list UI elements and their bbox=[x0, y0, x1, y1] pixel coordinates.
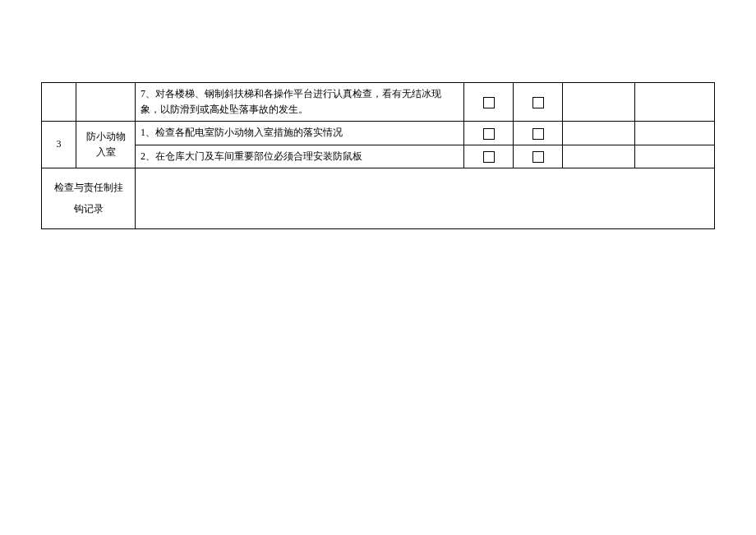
footer-label-line1: 检查与责任制挂 bbox=[54, 182, 123, 193]
category-cell: 防小动物入室 bbox=[76, 122, 136, 168]
index-cell bbox=[42, 83, 76, 122]
checkbox-icon[interactable] bbox=[483, 151, 495, 163]
index-cell: 3 bbox=[42, 122, 76, 168]
checkbox-cell-1 bbox=[464, 145, 514, 168]
content-cell: 1、检查各配电室防小动物入室措施的落实情况 bbox=[136, 122, 464, 145]
remark-cell-2 bbox=[635, 145, 715, 168]
footer-label-line2: 钩记录 bbox=[74, 203, 104, 214]
table-row: 3 防小动物入室 1、检查各配电室防小动物入室措施的落实情况 bbox=[42, 122, 715, 145]
checkbox-cell-1 bbox=[464, 122, 514, 145]
remark-cell-2 bbox=[635, 83, 715, 122]
checkbox-icon[interactable] bbox=[532, 128, 544, 140]
footer-content-cell bbox=[136, 168, 715, 228]
category-cell bbox=[76, 83, 136, 122]
footer-label-cell: 检查与责任制挂 钩记录 bbox=[42, 168, 136, 228]
checkbox-cell-1 bbox=[464, 83, 514, 122]
checkbox-cell-2 bbox=[514, 122, 563, 145]
content-cell: 2、在仓库大门及车间重要部位必须合理安装防鼠板 bbox=[136, 145, 464, 168]
remark-cell-1 bbox=[563, 83, 635, 122]
checkbox-icon[interactable] bbox=[532, 97, 544, 108]
table-row: 7、对各楼梯、钢制斜扶梯和各操作平台进行认真检查，看有无结冰现象，以防滑到或高处… bbox=[42, 83, 715, 122]
checkbox-cell-2 bbox=[514, 83, 563, 122]
checkbox-icon[interactable] bbox=[483, 97, 495, 108]
checkbox-cell-2 bbox=[514, 145, 563, 168]
footer-row: 检查与责任制挂 钩记录 bbox=[42, 168, 715, 228]
checkbox-icon[interactable] bbox=[532, 151, 544, 163]
content-cell: 7、对各楼梯、钢制斜扶梯和各操作平台进行认真检查，看有无结冰现象，以防滑到或高处… bbox=[136, 83, 464, 122]
remark-cell-2 bbox=[635, 122, 715, 145]
remark-cell-1 bbox=[563, 145, 635, 168]
table-row: 2、在仓库大门及车间重要部位必须合理安装防鼠板 bbox=[42, 145, 715, 168]
document-container: 7、对各楼梯、钢制斜扶梯和各操作平台进行认真检查，看有无结冰现象，以防滑到或高处… bbox=[0, 0, 756, 229]
checkbox-icon[interactable] bbox=[483, 128, 495, 140]
remark-cell-1 bbox=[563, 122, 635, 145]
inspection-table: 7、对各楼梯、钢制斜扶梯和各操作平台进行认真检查，看有无结冰现象，以防滑到或高处… bbox=[41, 82, 715, 229]
